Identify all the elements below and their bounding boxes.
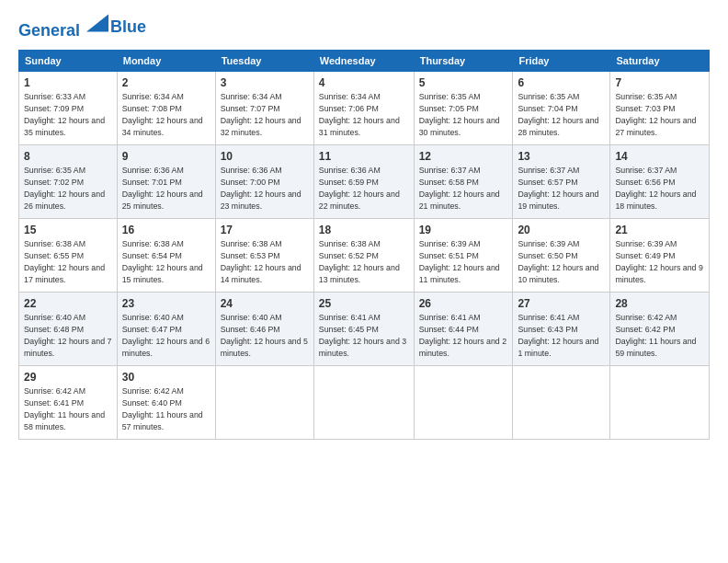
calendar-day-cell: 7Sunrise: 6:35 AMSunset: 7:03 PMDaylight… <box>610 71 710 144</box>
calendar-day-cell: 27Sunrise: 6:41 AMSunset: 6:43 PMDayligh… <box>513 292 610 365</box>
day-info: Sunrise: 6:34 AMSunset: 7:07 PMDaylight:… <box>221 92 301 137</box>
calendar-day-cell: 26Sunrise: 6:41 AMSunset: 6:44 PMDayligh… <box>414 292 513 365</box>
day-number: 21 <box>615 223 704 237</box>
day-number: 20 <box>518 223 605 237</box>
calendar-day-cell: 2Sunrise: 6:34 AMSunset: 7:08 PMDaylight… <box>117 71 215 144</box>
day-number: 17 <box>221 223 309 237</box>
weekday-header: Thursday <box>414 50 513 71</box>
calendar-day-cell: 1Sunrise: 6:33 AMSunset: 7:09 PMDaylight… <box>19 71 118 144</box>
day-number: 23 <box>122 296 210 311</box>
day-number: 28 <box>615 296 704 311</box>
weekday-header: Wednesday <box>313 50 414 71</box>
day-info: Sunrise: 6:40 AMSunset: 6:48 PMDaylight:… <box>24 313 111 358</box>
day-info: Sunrise: 6:40 AMSunset: 6:46 PMDaylight:… <box>221 313 308 358</box>
weekday-header: Saturday <box>610 50 710 71</box>
day-info: Sunrise: 6:33 AMSunset: 7:09 PMDaylight:… <box>24 92 105 137</box>
calendar-day-cell: 4Sunrise: 6:34 AMSunset: 7:06 PMDaylight… <box>313 71 414 144</box>
calendar-day-cell <box>610 365 710 439</box>
day-info: Sunrise: 6:39 AMSunset: 6:50 PMDaylight:… <box>518 239 598 284</box>
day-info: Sunrise: 6:40 AMSunset: 6:47 PMDaylight:… <box>122 313 210 358</box>
day-number: 14 <box>615 149 704 164</box>
calendar-day-cell: 9Sunrise: 6:36 AMSunset: 7:01 PMDaylight… <box>117 144 215 218</box>
calendar-day-cell <box>513 365 610 439</box>
calendar-day-cell: 13Sunrise: 6:37 AMSunset: 6:57 PMDayligh… <box>513 144 610 218</box>
page: General Blue SundayMondayTuesdayWednesda… <box>0 0 728 563</box>
day-info: Sunrise: 6:37 AMSunset: 6:57 PMDaylight:… <box>518 166 598 211</box>
logo-icon <box>86 12 108 34</box>
day-number: 18 <box>319 223 409 237</box>
day-number: 24 <box>221 296 309 311</box>
day-info: Sunrise: 6:42 AMSunset: 6:42 PMDaylight:… <box>615 313 696 358</box>
day-number: 25 <box>319 296 409 311</box>
calendar-day-cell: 16Sunrise: 6:38 AMSunset: 6:54 PMDayligh… <box>117 218 215 292</box>
day-number: 16 <box>122 223 210 237</box>
day-number: 11 <box>319 149 409 164</box>
day-info: Sunrise: 6:38 AMSunset: 6:53 PMDaylight:… <box>221 239 301 284</box>
calendar-week-row: 22Sunrise: 6:40 AMSunset: 6:48 PMDayligh… <box>19 292 710 365</box>
day-info: Sunrise: 6:39 AMSunset: 6:49 PMDaylight:… <box>615 239 702 284</box>
calendar-day-cell: 11Sunrise: 6:36 AMSunset: 6:59 PMDayligh… <box>313 144 414 218</box>
calendar-day-cell: 28Sunrise: 6:42 AMSunset: 6:42 PMDayligh… <box>610 292 710 365</box>
day-number: 6 <box>518 75 605 90</box>
logo: General Blue <box>18 14 146 40</box>
day-info: Sunrise: 6:34 AMSunset: 7:08 PMDaylight:… <box>122 92 203 137</box>
calendar-day-cell: 15Sunrise: 6:38 AMSunset: 6:55 PMDayligh… <box>19 218 118 292</box>
weekday-header: Sunday <box>19 50 118 71</box>
header: General Blue <box>18 14 710 40</box>
day-number: 15 <box>24 223 112 237</box>
day-number: 12 <box>419 149 508 164</box>
day-info: Sunrise: 6:41 AMSunset: 6:45 PMDaylight:… <box>319 313 406 358</box>
day-number: 7 <box>615 75 704 90</box>
weekday-header: Tuesday <box>215 50 313 71</box>
logo-text: General <box>18 14 108 40</box>
day-info: Sunrise: 6:38 AMSunset: 6:52 PMDaylight:… <box>319 239 400 284</box>
calendar-day-cell: 29Sunrise: 6:42 AMSunset: 6:41 PMDayligh… <box>19 365 118 439</box>
day-number: 8 <box>24 149 112 164</box>
day-info: Sunrise: 6:41 AMSunset: 6:43 PMDaylight:… <box>518 313 598 358</box>
calendar-day-cell: 10Sunrise: 6:36 AMSunset: 7:00 PMDayligh… <box>215 144 313 218</box>
calendar-day-cell: 30Sunrise: 6:42 AMSunset: 6:40 PMDayligh… <box>117 365 215 439</box>
svg-marker-0 <box>86 14 108 31</box>
logo-general: General <box>18 21 80 40</box>
calendar-day-cell: 20Sunrise: 6:39 AMSunset: 6:50 PMDayligh… <box>513 218 610 292</box>
day-number: 27 <box>518 296 605 311</box>
day-info: Sunrise: 6:41 AMSunset: 6:44 PMDaylight:… <box>419 313 506 358</box>
calendar-day-cell <box>313 365 414 439</box>
day-number: 22 <box>24 296 112 311</box>
day-number: 2 <box>122 75 210 90</box>
day-info: Sunrise: 6:35 AMSunset: 7:05 PMDaylight:… <box>419 92 500 137</box>
calendar-day-cell <box>215 365 313 439</box>
day-info: Sunrise: 6:42 AMSunset: 6:41 PMDaylight:… <box>24 386 105 431</box>
calendar-day-cell <box>414 365 513 439</box>
day-number: 29 <box>24 370 112 385</box>
day-info: Sunrise: 6:38 AMSunset: 6:55 PMDaylight:… <box>24 239 105 284</box>
day-info: Sunrise: 6:35 AMSunset: 7:02 PMDaylight:… <box>24 166 105 211</box>
calendar-day-cell: 25Sunrise: 6:41 AMSunset: 6:45 PMDayligh… <box>313 292 414 365</box>
calendar-week-row: 29Sunrise: 6:42 AMSunset: 6:41 PMDayligh… <box>19 365 710 439</box>
weekday-header: Monday <box>117 50 215 71</box>
day-number: 4 <box>319 75 409 90</box>
day-info: Sunrise: 6:35 AMSunset: 7:03 PMDaylight:… <box>615 92 696 137</box>
day-info: Sunrise: 6:34 AMSunset: 7:06 PMDaylight:… <box>319 92 400 137</box>
calendar-day-cell: 18Sunrise: 6:38 AMSunset: 6:52 PMDayligh… <box>313 218 414 292</box>
day-number: 10 <box>221 149 309 164</box>
calendar-day-cell: 14Sunrise: 6:37 AMSunset: 6:56 PMDayligh… <box>610 144 710 218</box>
day-info: Sunrise: 6:36 AMSunset: 7:01 PMDaylight:… <box>122 166 203 211</box>
day-info: Sunrise: 6:42 AMSunset: 6:40 PMDaylight:… <box>122 386 203 431</box>
calendar-day-cell: 6Sunrise: 6:35 AMSunset: 7:04 PMDaylight… <box>513 71 610 144</box>
logo-blue: Blue <box>110 18 146 37</box>
day-number: 1 <box>24 75 112 90</box>
day-info: Sunrise: 6:36 AMSunset: 7:00 PMDaylight:… <box>221 166 301 211</box>
day-number: 19 <box>419 223 508 237</box>
calendar-day-cell: 12Sunrise: 6:37 AMSunset: 6:58 PMDayligh… <box>414 144 513 218</box>
calendar-week-row: 8Sunrise: 6:35 AMSunset: 7:02 PMDaylight… <box>19 144 710 218</box>
calendar-day-cell: 3Sunrise: 6:34 AMSunset: 7:07 PMDaylight… <box>215 71 313 144</box>
calendar-day-cell: 8Sunrise: 6:35 AMSunset: 7:02 PMDaylight… <box>19 144 118 218</box>
calendar-week-row: 1Sunrise: 6:33 AMSunset: 7:09 PMDaylight… <box>19 71 710 144</box>
day-number: 26 <box>419 296 508 311</box>
day-info: Sunrise: 6:36 AMSunset: 6:59 PMDaylight:… <box>319 166 400 211</box>
day-info: Sunrise: 6:35 AMSunset: 7:04 PMDaylight:… <box>518 92 598 137</box>
weekday-header: Friday <box>513 50 610 71</box>
day-number: 9 <box>122 149 210 164</box>
calendar-day-cell: 17Sunrise: 6:38 AMSunset: 6:53 PMDayligh… <box>215 218 313 292</box>
